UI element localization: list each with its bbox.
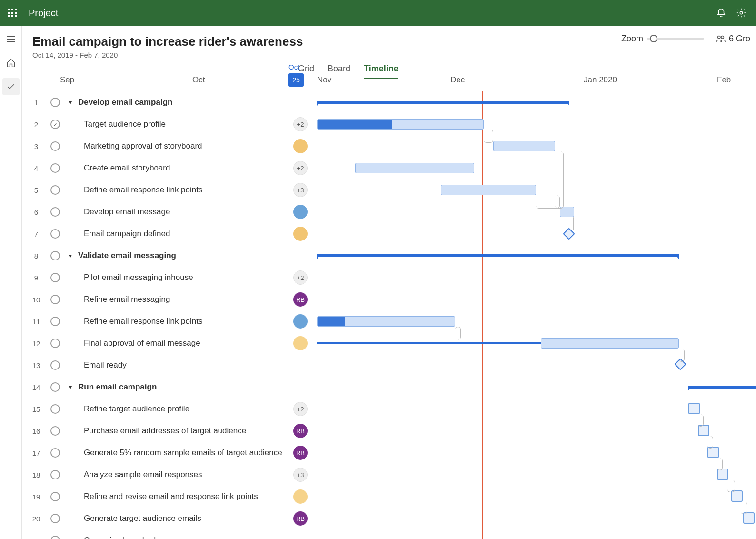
task-row[interactable]: 21▾Campaign launched	[22, 529, 756, 539]
complete-toggle[interactable]	[50, 360, 60, 370]
complete-toggle[interactable]	[50, 339, 60, 348]
month-nov: Nov	[317, 75, 331, 85]
complete-toggle[interactable]	[50, 492, 60, 501]
home-icon[interactable]	[2, 54, 20, 71]
task-rows: 1▾Develop email campaign2▾Target audienc…	[22, 91, 756, 539]
complete-toggle[interactable]	[50, 251, 60, 260]
task-name[interactable]: Refine email response link points	[84, 317, 202, 326]
complete-toggle[interactable]	[50, 426, 60, 436]
assignee-avatar[interactable]: RB	[293, 424, 308, 438]
row-number: 14	[22, 383, 50, 391]
task-name[interactable]: Refine email messaging	[84, 295, 170, 304]
task-name[interactable]: Generate target audience emails	[84, 514, 201, 523]
task-name[interactable]: Email ready	[84, 360, 127, 370]
complete-toggle[interactable]	[50, 207, 60, 217]
complete-toggle[interactable]	[50, 98, 60, 107]
menu-icon[interactable]	[2, 30, 20, 48]
zoom-slider[interactable]	[647, 38, 704, 40]
task-name[interactable]: Pilot email messaging inhouse	[84, 273, 193, 282]
task-name[interactable]: Generate 5% random sample emails of targ…	[84, 448, 282, 458]
expand-chevron-icon[interactable]: ▾	[69, 252, 77, 260]
tasks-icon[interactable]	[2, 78, 20, 95]
app-launcher-icon[interactable]	[5, 5, 20, 20]
task-row[interactable]: 19▾Refine and revise email and response …	[22, 486, 756, 508]
task-row[interactable]: 8▾Validate email messaging	[22, 245, 756, 267]
complete-toggle[interactable]	[50, 295, 60, 304]
complete-toggle[interactable]	[50, 141, 60, 151]
task-row[interactable]: 16▾Purchase email addresses of target au…	[22, 420, 756, 442]
expand-chevron-icon[interactable]: ▾	[69, 383, 77, 391]
task-row[interactable]: 18▾Analyze sample email responses+3	[22, 464, 756, 486]
task-row[interactable]: 13▾Email ready	[22, 354, 756, 376]
task-row[interactable]: 11▾Refine email response link points	[22, 310, 756, 332]
complete-toggle[interactable]	[50, 120, 60, 129]
svg-point-0	[740, 11, 743, 14]
month-feb: Feb	[717, 75, 731, 85]
task-row[interactable]: 3▾Marketing approval of storyboard	[22, 135, 756, 157]
assignee-count-badge[interactable]: +2	[293, 402, 308, 416]
task-name[interactable]: Marketing approval of storyboard	[84, 141, 202, 151]
task-name[interactable]: Create email storyboard	[84, 163, 170, 173]
task-row[interactable]: 2▾Target audience profile+2	[22, 113, 756, 135]
assignee-avatar[interactable]	[293, 205, 308, 219]
task-name[interactable]: Final approval of email message	[84, 339, 200, 348]
row-number: 11	[22, 318, 50, 326]
task-row[interactable]: 9▾Pilot email messaging inhouse+2	[22, 267, 756, 289]
complete-toggle[interactable]	[50, 317, 60, 326]
assignee-count-badge[interactable]: +2	[293, 270, 308, 285]
task-name[interactable]: Define email response link points	[84, 185, 202, 195]
task-row[interactable]: 1▾Develop email campaign	[22, 91, 756, 113]
svg-point-2	[721, 36, 724, 39]
assignee-count-badge[interactable]: +3	[293, 468, 308, 482]
assignee-avatar[interactable]	[293, 489, 308, 504]
complete-toggle[interactable]	[50, 273, 60, 282]
task-row[interactable]: 5▾Define email response link points+3	[22, 179, 756, 201]
task-row[interactable]: 20▾Generate target audience emailsRB	[22, 508, 756, 529]
month-jan: Jan 2020	[584, 75, 617, 85]
task-row[interactable]: 12▾Final approval of email message	[22, 332, 756, 354]
assignee-avatar[interactable]: RB	[293, 511, 308, 526]
complete-toggle[interactable]	[50, 229, 60, 239]
complete-toggle[interactable]	[50, 448, 60, 458]
task-row[interactable]: 10▾Refine email messagingRB	[22, 289, 756, 310]
task-name[interactable]: Develop email campaign	[78, 98, 172, 107]
assignee-avatar[interactable]: RB	[293, 446, 308, 460]
complete-toggle[interactable]	[50, 382, 60, 392]
group-members-button[interactable]: 6 Gro	[716, 33, 750, 44]
notifications-icon[interactable]	[711, 3, 731, 23]
task-name[interactable]: Target audience profile	[84, 120, 166, 129]
task-name[interactable]: Develop email message	[84, 207, 170, 217]
zoom-control[interactable]: Zoom	[621, 34, 704, 44]
task-name[interactable]: Run email campaign	[78, 382, 157, 392]
assignee-avatar[interactable]	[293, 139, 308, 153]
assignee-count-badge[interactable]: +2	[293, 161, 308, 175]
task-name[interactable]: Refine and revise email and response lin…	[84, 492, 258, 501]
task-row[interactable]: 7▾Email campaign defined	[22, 223, 756, 245]
assignee-avatar[interactable]: RB	[293, 292, 308, 307]
task-name[interactable]: Analyze sample email responses	[84, 470, 202, 479]
task-row[interactable]: 15▾Refine target audience profile+2	[22, 398, 756, 420]
assignee-avatar[interactable]	[293, 227, 308, 241]
assignee-avatar[interactable]	[293, 336, 308, 350]
complete-toggle[interactable]	[50, 163, 60, 173]
task-name[interactable]: Campaign launched	[84, 536, 156, 539]
assignee-count-badge[interactable]: +2	[293, 117, 308, 131]
task-row[interactable]: 6▾Develop email message	[22, 201, 756, 223]
task-row[interactable]: 4▾Create email storyboard+2	[22, 157, 756, 179]
task-name[interactable]: Email campaign defined	[84, 229, 170, 239]
task-name[interactable]: Validate email messaging	[78, 251, 176, 260]
complete-toggle[interactable]	[50, 404, 60, 414]
assignee-avatar[interactable]	[293, 314, 308, 329]
task-row[interactable]: 14▾Run email campaign	[22, 376, 756, 398]
assignee-count-badge[interactable]: +3	[293, 183, 308, 197]
task-row[interactable]: 17▾Generate 5% random sample emails of t…	[22, 442, 756, 464]
complete-toggle[interactable]	[50, 536, 60, 539]
task-name[interactable]: Refine target audience profile	[84, 404, 189, 414]
complete-toggle[interactable]	[50, 470, 60, 479]
task-name[interactable]: Purchase email addresses of target audie…	[84, 426, 246, 436]
today-chip[interactable]: 25	[288, 73, 304, 87]
settings-icon[interactable]	[731, 3, 751, 23]
expand-chevron-icon[interactable]: ▾	[69, 99, 77, 106]
complete-toggle[interactable]	[50, 514, 60, 523]
complete-toggle[interactable]	[50, 185, 60, 195]
